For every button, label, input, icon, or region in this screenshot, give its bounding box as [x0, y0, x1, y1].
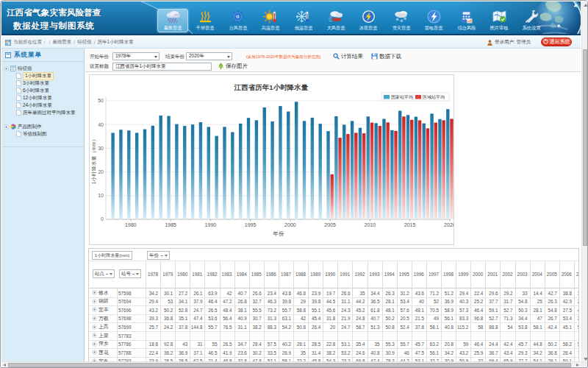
breadcrumb-item-category[interactable]: 特征值 [77, 39, 92, 46]
nav-item-2[interactable]: 干旱普查 [190, 10, 220, 33]
year-column-header[interactable]: 2003 [515, 272, 530, 277]
logout-button[interactable]: 退出系统 [541, 38, 572, 46]
nav-item-7[interactable]: 冰雹普查 [353, 10, 384, 33]
legend-label-national[interactable]: 国家站平均 [391, 94, 413, 100]
value-cell: 55.7 [279, 308, 291, 313]
unit-label: 1小时降水量(mm) [95, 252, 129, 259]
expander-icon[interactable] [4, 66, 9, 71]
expand-row-icon[interactable] [92, 333, 97, 338]
year-column-header[interactable]: 1994 [382, 272, 397, 277]
station-cell[interactable]: 莲花 [92, 348, 117, 357]
year-column-header[interactable]: 1983 [220, 272, 234, 277]
nav-item-10[interactable]: 综合风险 [451, 10, 482, 33]
station-cell[interactable]: 修水 [92, 289, 117, 297]
save-image-button[interactable]: 保存图片 [218, 63, 248, 70]
scroll-up-arrow-icon[interactable] [584, 4, 588, 7]
breadcrumb-item-page[interactable]: 历年1小时降水量 [97, 39, 133, 46]
legend-label-regional[interactable]: 区域站平均 [423, 94, 445, 100]
expand-row-icon[interactable] [92, 350, 97, 355]
station-cell[interactable]: 铜鼓 [92, 297, 117, 306]
value-cell: 21.5 [412, 316, 424, 321]
nav-item-9[interactable]: 雷电普查 [418, 10, 449, 33]
year-column-header[interactable]: 1991 [337, 272, 352, 277]
sidebar-item-9[interactable]: 等值线制图 [1, 130, 84, 138]
year-column-header[interactable]: 1985 [249, 272, 264, 277]
year-column-header[interactable]: 2000 [470, 272, 485, 277]
year-column-header[interactable]: 1981 [190, 272, 204, 277]
nav-item-8[interactable]: 雪灾普查 [386, 10, 417, 33]
nav-item-1[interactable]: 暴雨普查 [157, 9, 188, 32]
value-cell: 88.8 [485, 325, 498, 330]
year-column-header[interactable]: 1980 [175, 272, 190, 277]
sidebar-item-1[interactable]: 特征值 [1, 65, 84, 72]
year-column-header[interactable]: 1984 [234, 272, 249, 277]
breadcrumb-item-module[interactable]: 暴雨普查 [52, 39, 71, 46]
year-column-header[interactable]: 1993 [368, 272, 382, 277]
ytick-label: 0 [101, 216, 104, 222]
year-column-header[interactable]: 1978 [146, 272, 160, 277]
station-filter[interactable]: 站点 [93, 269, 115, 278]
scroll-down-arrow-icon[interactable] [584, 358, 588, 361]
expand-row-icon[interactable] [92, 307, 97, 312]
year-column-header[interactable]: 1990 [323, 272, 337, 277]
station-cell[interactable]: 宜丰 [92, 305, 117, 314]
year-column-header[interactable]: 1988 [293, 272, 308, 277]
horizontal-scrollbar[interactable] [1, 361, 581, 367]
year-column-header[interactable]: 2002 [500, 272, 514, 277]
start-year-select[interactable]: 1978年 [112, 52, 159, 60]
expand-row-icon[interactable] [92, 325, 97, 330]
sidebar-item-8[interactable]: 产品图制作 [1, 123, 84, 130]
year-group-header[interactable]: 年份 [147, 251, 170, 260]
scroll-left-arrow-icon[interactable] [3, 364, 6, 367]
station-id-cell: 57783 [118, 333, 140, 339]
calc-result-button[interactable]: 计算结果 [333, 53, 363, 60]
end-year-select[interactable]: 2020年 [186, 52, 232, 60]
year-column-header[interactable]: 2001 [485, 272, 500, 277]
sidebar-item-3[interactable]: 3小时降水量 [1, 79, 84, 87]
nav-item-5[interactable]: 低温普查 [288, 10, 319, 33]
vertical-scrollbar[interactable] [581, 1, 587, 363]
nav-item-4[interactable]: 高温普查 [255, 10, 286, 33]
sidebar-item-4[interactable]: 6小时降水量 [1, 87, 84, 94]
year-column-header[interactable]: 1995 [397, 272, 412, 277]
year-column-header[interactable]: 2006 [559, 272, 574, 277]
year-column-header[interactable]: 1999 [456, 272, 470, 277]
horizontal-scrollbar-thumb[interactable] [8, 363, 571, 367]
year-column-header[interactable]: 1982 [204, 272, 219, 277]
station-cell[interactable]: 萍乡 [92, 340, 117, 349]
year-column-header[interactable]: 1998 [441, 272, 456, 277]
expand-row-icon[interactable] [92, 290, 97, 295]
station-cell[interactable]: 上高 [92, 322, 117, 331]
station-id-filter[interactable]: 站号 [119, 269, 141, 278]
year-column-header[interactable]: 1986 [264, 272, 279, 277]
value-cell: 34.4 [515, 316, 528, 321]
nav-item-12[interactable]: 系统设置 [516, 10, 547, 33]
station-cell[interactable]: 上栗 [92, 331, 117, 340]
vertical-scrollbar-thumb[interactable] [583, 49, 587, 246]
year-column-header[interactable]: 1987 [279, 272, 293, 277]
sidebar-item-2[interactable]: 1小时降水量 [1, 72, 84, 79]
nav-item-3[interactable]: 台风普查 [223, 10, 254, 33]
year-column-header[interactable]: 2007 [574, 272, 579, 277]
download-button[interactable]: 数据下载 [371, 53, 401, 60]
expand-row-icon[interactable] [92, 299, 97, 304]
sidebar-item-6[interactable]: 24小时降水量 [1, 102, 84, 109]
year-column-header[interactable]: 1979 [160, 272, 175, 277]
year-column-header[interactable]: 1996 [412, 272, 426, 277]
year-column-header[interactable]: 1989 [308, 272, 323, 277]
year-column-header[interactable]: 2005 [545, 272, 559, 277]
station-cell[interactable]: 万载 [92, 314, 117, 323]
sidebar-item-5[interactable]: 12小时降水量 [1, 94, 84, 102]
nav-item-11[interactable]: 图片审核 [484, 10, 514, 33]
expander-icon[interactable] [4, 124, 9, 130]
table-grid-line [89, 331, 579, 332]
year-column-header[interactable]: 1997 [426, 272, 441, 277]
chart-title-input[interactable]: 江西省历年1小时降水量 [112, 63, 212, 71]
year-column-header[interactable]: 1992 [352, 272, 367, 277]
year-column-header[interactable]: 2004 [530, 272, 545, 277]
sidebar-item-7[interactable]: 历年暴雨过程平均降水量 [1, 109, 84, 116]
expand-row-icon[interactable] [92, 316, 97, 321]
expand-row-icon[interactable] [92, 342, 97, 347]
scroll-right-arrow-icon[interactable] [576, 364, 579, 367]
nav-item-6[interactable]: 大风普查 [320, 10, 351, 33]
